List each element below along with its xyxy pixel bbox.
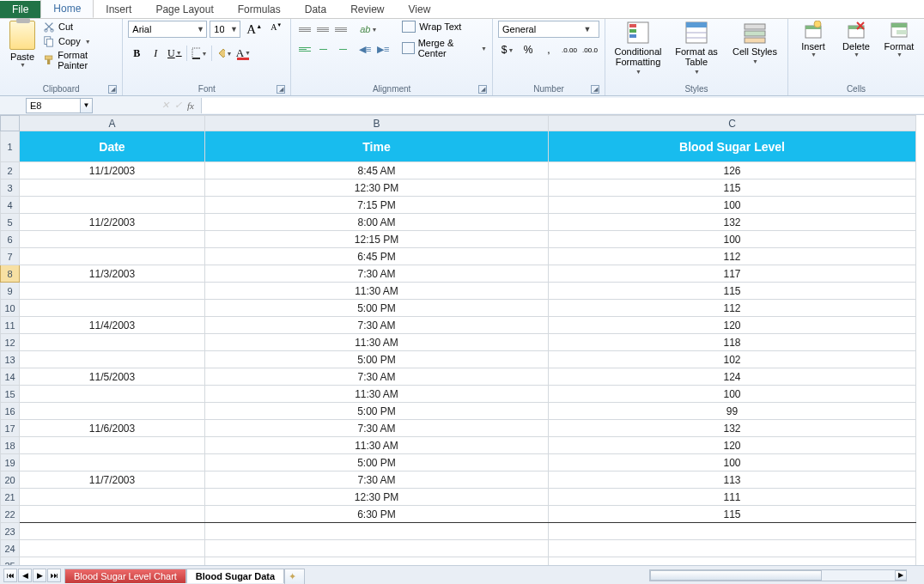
- underline-button[interactable]: U▼: [166, 45, 183, 62]
- cell-B17[interactable]: 7:30 AM: [205, 420, 549, 437]
- delete-cells-button[interactable]: Delete▼: [836, 21, 876, 58]
- chevron-down-icon[interactable]: ▼: [228, 25, 240, 33]
- cell-C2[interactable]: 126: [549, 162, 916, 179]
- cell-C14[interactable]: 124: [549, 368, 916, 386]
- row-header-20[interactable]: 20: [1, 471, 20, 489]
- row-header-7[interactable]: 7: [1, 248, 20, 265]
- font-size-combo[interactable]: ▼: [210, 21, 240, 38]
- cell-C6[interactable]: 100: [549, 231, 916, 248]
- fill-color-button[interactable]: ▼: [216, 45, 233, 62]
- scroll-thumb[interactable]: [650, 570, 822, 581]
- cell-B19[interactable]: 5:00 PM: [205, 454, 549, 471]
- paste-button[interactable]: Paste ▼: [5, 21, 40, 68]
- formula-input[interactable]: [201, 98, 924, 113]
- cell-B15[interactable]: 11:30 AM: [205, 386, 549, 403]
- menu-tab-page-layout[interactable]: Page Layout: [143, 1, 225, 18]
- cell-A16[interactable]: [20, 403, 205, 420]
- cell-B22[interactable]: 6:30 PM: [205, 506, 549, 523]
- dialog-launcher-icon[interactable]: ◢: [277, 85, 285, 94]
- select-all-cell[interactable]: [1, 116, 20, 131]
- tab-nav-next[interactable]: ▶: [33, 569, 46, 582]
- tab-nav-first[interactable]: ⏮: [3, 569, 17, 582]
- cell-styles-button[interactable]: Cell Styles▼: [727, 21, 782, 67]
- row-header-21[interactable]: 21: [1, 489, 20, 506]
- cell-C22[interactable]: 115: [549, 506, 916, 523]
- cell-A18[interactable]: [20, 437, 205, 454]
- dialog-launcher-icon[interactable]: ◢: [591, 85, 599, 94]
- cell-C17[interactable]: 132: [549, 420, 916, 437]
- increase-indent-button[interactable]: ▶≡: [374, 40, 392, 58]
- cell-A10[interactable]: [20, 300, 205, 317]
- cell-C18[interactable]: 120: [549, 437, 916, 454]
- row-header-22[interactable]: 22: [1, 506, 20, 523]
- cell-C3[interactable]: 115: [549, 179, 916, 197]
- cell-B12[interactable]: 11:30 AM: [205, 334, 549, 351]
- row-header-3[interactable]: 3: [1, 179, 20, 197]
- align-bottom-button[interactable]: [332, 21, 350, 38]
- chevron-down-icon[interactable]: ▼: [194, 25, 206, 33]
- row-header-8[interactable]: 8: [1, 265, 20, 283]
- cell-A6[interactable]: [20, 231, 205, 248]
- row-header-25[interactable]: 25: [1, 557, 20, 566]
- merge-center-button[interactable]: Merge & Center▼: [402, 38, 487, 58]
- align-right-button[interactable]: [332, 40, 350, 58]
- percent-format-button[interactable]: %: [519, 41, 538, 58]
- font-name-combo[interactable]: ▼: [128, 21, 207, 38]
- cell-B2[interactable]: 8:45 AM: [205, 162, 549, 179]
- sheet-tab-data[interactable]: Blood Sugar Data: [186, 569, 284, 583]
- cell-B24[interactable]: [205, 540, 549, 557]
- decrease-decimal-button[interactable]: .00.0: [581, 41, 599, 58]
- cell-C16[interactable]: 99: [549, 403, 916, 420]
- row-header-15[interactable]: 15: [1, 386, 20, 403]
- align-left-button[interactable]: [296, 40, 313, 58]
- row-header-2[interactable]: 2: [1, 162, 20, 179]
- cell-B8[interactable]: 7:30 AM: [205, 265, 549, 283]
- row-header-23[interactable]: 23: [1, 523, 20, 540]
- cell-C15[interactable]: 100: [549, 386, 916, 403]
- row-header-10[interactable]: 10: [1, 300, 20, 317]
- cell-B9[interactable]: 11:30 AM: [205, 283, 549, 300]
- cell-A14[interactable]: 11/5/2003: [20, 368, 205, 386]
- menu-tab-review[interactable]: Review: [338, 1, 396, 18]
- cell-C10[interactable]: 112: [549, 300, 916, 317]
- cell-B7[interactable]: 6:45 PM: [205, 248, 549, 265]
- shrink-font-button[interactable]: A▼: [267, 21, 285, 38]
- cell-B16[interactable]: 5:00 PM: [205, 403, 549, 420]
- cell-C11[interactable]: 120: [549, 317, 916, 334]
- tab-nav-last[interactable]: ⏭: [47, 569, 61, 582]
- col-header-A[interactable]: A: [20, 116, 205, 131]
- cell-B18[interactable]: 11:30 AM: [205, 437, 549, 454]
- scroll-right-arrow[interactable]: ▶: [895, 570, 907, 581]
- cell-A9[interactable]: [20, 283, 205, 300]
- row-header-16[interactable]: 16: [1, 403, 20, 420]
- dialog-launcher-icon[interactable]: ◢: [108, 85, 117, 94]
- increase-decimal-button[interactable]: .0.00: [560, 41, 579, 58]
- wrap-text-button[interactable]: Wrap Text: [402, 21, 487, 33]
- cell-A3[interactable]: [20, 179, 205, 197]
- cell-A25[interactable]: [20, 557, 205, 566]
- cell-B11[interactable]: 7:30 AM: [205, 317, 549, 334]
- cell-A5[interactable]: 11/2/2003: [20, 214, 205, 231]
- menu-tab-formulas[interactable]: Formulas: [226, 1, 293, 18]
- cell-A22[interactable]: [20, 506, 205, 523]
- dialog-launcher-icon[interactable]: ◢: [478, 85, 487, 94]
- menu-tab-insert[interactable]: Insert: [94, 1, 143, 18]
- row-header-5[interactable]: 5: [1, 214, 20, 231]
- cell-A19[interactable]: [20, 454, 205, 471]
- menu-tab-data[interactable]: Data: [293, 1, 338, 18]
- chevron-down-icon[interactable]: ▼: [581, 25, 593, 33]
- name-box-dropdown[interactable]: ▼: [81, 98, 93, 113]
- cell-C1[interactable]: Blood Sugar Level: [549, 131, 916, 162]
- cell-B13[interactable]: 5:00 PM: [205, 351, 549, 368]
- format-as-table-button[interactable]: Format as Table▼: [669, 21, 724, 77]
- row-header-13[interactable]: 13: [1, 351, 20, 368]
- cell-A21[interactable]: [20, 489, 205, 506]
- cell-A7[interactable]: [20, 248, 205, 265]
- font-name-input[interactable]: [129, 24, 194, 34]
- row-header-18[interactable]: 18: [1, 437, 20, 454]
- border-button[interactable]: ▼: [191, 45, 208, 62]
- cell-C9[interactable]: 115: [549, 283, 916, 300]
- cell-A2[interactable]: 11/1/2003: [20, 162, 205, 179]
- orientation-button[interactable]: ab▼: [360, 21, 377, 38]
- cell-A12[interactable]: [20, 334, 205, 351]
